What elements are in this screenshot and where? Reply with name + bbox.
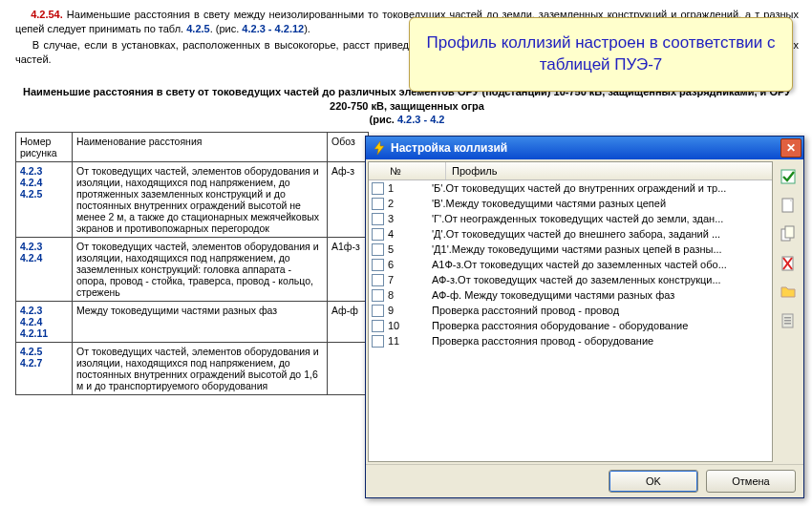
row-profile: АФ-з.От токоведущих частей до заземленны… xyxy=(426,274,772,285)
row-profile: 'Б'.От токоведущих частей до внутренних … xyxy=(426,182,772,194)
row-checkbox[interactable] xyxy=(369,213,386,225)
row-text: От токоведущих частей, элементов оборудо… xyxy=(73,162,328,238)
bolt-icon xyxy=(372,140,387,156)
row-number: 7 xyxy=(386,274,426,285)
row-symbol: Aф-ф xyxy=(328,302,369,343)
delete-button[interactable] xyxy=(777,251,800,274)
table-row: 4.2.5 4.2.7 От токоведущих частей, элеме… xyxy=(16,343,369,395)
row-checkbox[interactable] xyxy=(369,198,386,210)
row-number: 9 xyxy=(386,305,426,316)
svg-rect-11 xyxy=(784,320,791,322)
list-item[interactable]: 8АФ-ф. Между токоведущими частями разных… xyxy=(369,287,772,303)
row-checkbox[interactable] xyxy=(369,305,386,317)
svg-marker-0 xyxy=(374,141,384,155)
col-number-header[interactable]: № xyxy=(369,162,446,179)
row-text: Между токоведущими частями разных фаз xyxy=(73,302,328,343)
table-row: 4.2.3 4.2.4 4.2.11 Между токоведущими ча… xyxy=(16,302,369,343)
list-item[interactable]: 6А1Ф-з.От токоведущих частей до заземлен… xyxy=(369,257,772,272)
cancel-button[interactable]: Отмена xyxy=(706,470,796,493)
dialog-footer: OK Отмена xyxy=(366,464,803,497)
dialog-titlebar[interactable]: Настройка коллизий ✕ xyxy=(366,137,803,159)
row-number: 6 xyxy=(386,259,426,270)
dialog-toolbar xyxy=(775,161,801,462)
row-symbol xyxy=(328,343,369,395)
row-checkbox[interactable] xyxy=(369,182,386,195)
row-number: 11 xyxy=(386,335,426,347)
table-header-row: Номер рисунка Наименование расстояния Об… xyxy=(16,133,369,162)
list-item[interactable]: 9Проверка расстояний провод - провод xyxy=(369,303,772,318)
row-checkbox[interactable] xyxy=(369,335,386,348)
svg-rect-5 xyxy=(785,226,794,238)
table-row: 4.2.3 4.2.4 4.2.5 От токоведущих частей,… xyxy=(16,162,369,238)
list-item[interactable]: 5'Д1'.Между токоведущими частями разных … xyxy=(369,242,772,257)
list-item[interactable]: 10Проверка расстояния оборудование - обо… xyxy=(369,318,772,333)
row-number: 10 xyxy=(386,320,426,331)
dialog-title: Настройка коллизий xyxy=(391,141,507,155)
collision-settings-dialog: Настройка коллизий ✕ № Профиль 1'Б'.От т… xyxy=(365,136,804,498)
row-symbol: Aф-з xyxy=(328,162,369,238)
col-profile-header[interactable]: Профиль xyxy=(446,162,772,179)
table-row: 4.2.3 4.2.4 От токоведущих частей, элеме… xyxy=(16,238,369,302)
row-number: 5 xyxy=(386,243,426,255)
row-number: 4 xyxy=(386,228,426,240)
row-checkbox[interactable] xyxy=(369,320,386,332)
fig-refs: 4.2.3 4.2.4 4.2.11 xyxy=(16,302,73,343)
folder-button[interactable] xyxy=(777,280,800,303)
list-item[interactable]: 7АФ-з.От токоведущих частей до заземленн… xyxy=(369,272,772,287)
list-item[interactable]: 1'Б'.От токоведущих частей до внутренних… xyxy=(369,180,772,196)
row-profile: Проверка расстояния провод - оборудовани… xyxy=(426,335,772,347)
row-text: От токоведущих частей, элементов оборудо… xyxy=(73,343,328,395)
list-item[interactable]: 3'Г'.От неогражденных токоведущих частей… xyxy=(369,211,772,226)
delete-icon xyxy=(780,254,797,271)
fig-refs: 4.2.3 4.2.4 4.2.5 xyxy=(16,162,73,238)
clause-number: 4.2.54. xyxy=(31,9,63,20)
list-header[interactable]: № Профиль xyxy=(369,162,772,180)
new-icon xyxy=(780,197,797,214)
close-icon: ✕ xyxy=(786,141,796,155)
row-symbol: A1ф-з xyxy=(328,238,369,302)
list-item[interactable]: 11Проверка расстояния провод - оборудова… xyxy=(369,333,772,348)
close-button[interactable]: ✕ xyxy=(780,138,801,158)
col-header: Наименование расстояния xyxy=(73,133,328,162)
row-profile: 'В'.Между токоведущими частями разных це… xyxy=(426,198,772,209)
new-button[interactable] xyxy=(777,194,800,217)
fig-refs: 4.2.5 4.2.7 xyxy=(16,343,73,395)
row-profile: 'Д1'.Между токоведущими частями разных ц… xyxy=(426,243,772,255)
check-all-button[interactable] xyxy=(777,165,800,188)
folder-icon xyxy=(780,283,797,300)
row-text: От токоведущих частей, элементов оборудо… xyxy=(73,238,328,302)
row-checkbox[interactable] xyxy=(369,274,386,286)
row-checkbox[interactable] xyxy=(369,228,386,241)
copy-button[interactable] xyxy=(777,222,800,245)
ok-button[interactable]: OK xyxy=(609,470,698,493)
callout-text: Профиль коллизий настроен в соответствии… xyxy=(410,32,792,76)
row-number: 3 xyxy=(386,213,426,224)
svg-rect-10 xyxy=(784,317,791,319)
row-number: 8 xyxy=(386,289,426,301)
row-checkbox[interactable] xyxy=(369,243,386,256)
row-number: 1 xyxy=(386,182,426,194)
copy-icon xyxy=(780,225,797,242)
row-profile: Проверка расстояния оборудование - обору… xyxy=(426,320,772,331)
list-item[interactable]: 4'Д'.От токоведущих частей до внешнего з… xyxy=(369,226,772,242)
col-header: Номер рисунка xyxy=(16,133,73,162)
fig-refs: 4.2.3 4.2.4 xyxy=(16,238,73,302)
row-checkbox[interactable] xyxy=(369,259,386,271)
config-icon xyxy=(780,311,797,328)
row-profile: Проверка расстояний провод - провод xyxy=(426,305,772,316)
row-profile: 'Д'.От токоведущих частей до внешнего за… xyxy=(426,228,772,240)
row-profile: 'Г'.От неогражденных токоведущих частей … xyxy=(426,213,772,224)
check-icon xyxy=(780,168,797,185)
row-profile: А1Ф-з.От токоведущих частей до заземленн… xyxy=(426,259,772,270)
info-callout: Профиль коллизий настроен в соответствии… xyxy=(409,17,793,92)
row-profile: АФ-ф. Между токоведущими частями разных … xyxy=(426,289,772,301)
standards-table: Номер рисунка Наименование расстояния Об… xyxy=(15,132,369,395)
list-item[interactable]: 2'В'.Между токоведущими частями разных ц… xyxy=(369,196,772,211)
svg-rect-12 xyxy=(784,323,791,325)
row-number: 2 xyxy=(386,198,426,209)
config-button[interactable] xyxy=(777,308,800,331)
row-checkbox[interactable] xyxy=(369,289,386,302)
col-header: Обоз xyxy=(328,133,369,162)
profiles-list[interactable]: № Профиль 1'Б'.От токоведущих частей до … xyxy=(368,161,773,462)
